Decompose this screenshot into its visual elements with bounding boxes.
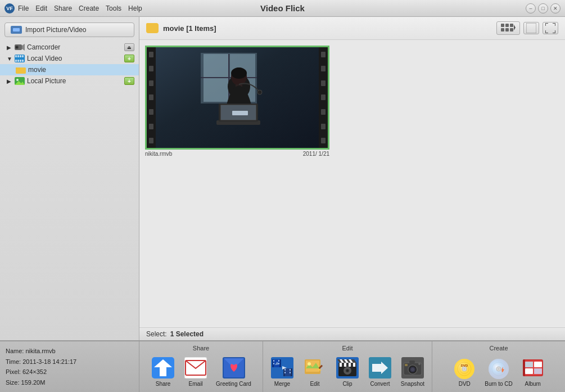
expand-icon: ▶ [7,44,12,51]
media-filename: nikita.rmvb [145,151,172,157]
album-label: Album [525,381,541,387]
add-picture-button[interactable]: + [124,77,134,85]
merge-icon [270,356,295,380]
clip-icon [335,356,360,380]
menu-create[interactable]: Create [79,4,99,12]
album-icon [521,356,545,380]
merge-label: Merge [274,381,290,387]
bottom-panel: Name: nikita.rmvb Time: 2011-3-18 14:21:… [0,340,565,392]
svg-rect-13 [20,60,21,62]
svg-rect-98 [409,361,415,363]
share-button[interactable]: Share [147,354,179,389]
media-item[interactable]: 14 [145,46,329,158]
svg-rect-66 [284,372,286,373]
svg-point-37 [231,67,247,79]
greeting-card-button[interactable]: Greeting Card [213,354,255,389]
edit-section: Edit [263,341,432,392]
restore-button[interactable]: □ [538,3,548,13]
list-view-button[interactable] [523,22,539,34]
import-label: Import Picture/Video [25,26,87,34]
sidebar-label-movie: movie [28,66,46,74]
svg-rect-25 [505,28,509,31]
share-buttons: Share Email [144,354,258,389]
sidebar-label-camcorder: Camcorder [27,43,60,51]
add-video-button[interactable]: + [124,55,134,62]
edit-button[interactable]: Edit [299,354,331,389]
merge-button[interactable]: Merge [266,354,298,389]
svg-rect-65 [284,369,286,371]
convert-button[interactable]: Convert [364,354,396,389]
email-button[interactable]: Email [180,354,211,389]
status-bar: Select: 1 Selected [139,327,565,340]
menu-tools[interactable]: Tools [106,4,121,12]
title-bar: VF File Edit Share Create Tools Help Vid… [0,0,565,17]
sidebar-item-local-picture[interactable]: ▶ Local Picture + [0,75,139,87]
svg-rect-7 [15,55,17,57]
sidebar-label-local-picture: Local Picture [27,77,66,85]
minimize-button[interactable]: – [526,3,536,13]
clip-button[interactable]: Clip [332,354,363,389]
svg-rect-12 [17,60,19,62]
media-meta: nikita.rmvb 2011/ 1/21 [145,150,329,158]
grid-view-button[interactable] [496,21,520,35]
create-buttons: DVD DVD [445,354,552,389]
svg-rect-79 [340,363,342,367]
svg-rect-11 [15,60,17,62]
eject-button-camcorder[interactable]: ⏏ [124,43,134,51]
camcorder-icon [15,43,25,51]
info-time: Time: 2011-3-18 14:21:17 [6,357,133,367]
film-strip-left [147,47,156,148]
import-button[interactable]: Import Picture/Video [4,22,134,37]
svg-point-111 [498,368,500,370]
menu-edit[interactable]: Edit [35,4,47,12]
svg-rect-8 [17,55,19,57]
share-section-label: Share [193,345,209,352]
menu-file[interactable]: File [18,4,29,12]
snapshot-label: Snapshot [401,381,424,387]
info-size: Size: 159.20M [6,377,133,388]
edit-label: Edit [310,381,319,387]
svg-rect-57 [273,360,274,362]
album-button[interactable]: Album [517,354,549,389]
svg-rect-58 [273,363,274,364]
svg-rect-99 [405,364,408,366]
share-icon [151,356,175,380]
film-strip-right [319,47,328,148]
edit-section-label: Edit [342,345,353,352]
svg-rect-59 [278,360,279,362]
view-controls [496,21,558,35]
close-button[interactable]: ✕ [550,3,561,13]
svg-rect-67 [290,369,291,371]
info-panel: Name: nikita.rmvb Time: 2011-3-18 14:21:… [0,341,139,392]
svg-rect-117 [525,368,533,374]
media-date: 2011/ 1/21 [303,151,329,157]
share-label: Share [156,381,171,387]
sidebar-item-camcorder[interactable]: ▶ Camcorder ⏏ [0,42,139,53]
menu-share[interactable]: Share [54,4,72,12]
svg-rect-64 [291,368,292,376]
fullscreen-button[interactable] [543,22,558,34]
media-thumbnail: 14 [145,46,329,150]
burn-to-cd-button[interactable]: Burn to CD [481,354,516,389]
content-area: movie [1 Items] [139,17,565,340]
sidebar-label-local-video: Local Video [27,55,62,62]
dvd-button[interactable]: DVD DVD [449,354,480,389]
film-icon [15,55,25,62]
burn-to-cd-label: Burn to CD [485,381,512,387]
folder-icon [16,66,26,74]
expand-icon: ▶ [7,78,12,84]
svg-rect-121 [523,359,525,376]
sidebar-item-movie[interactable]: movie [0,64,139,75]
info-pixel: Pixel: 624×352 [6,367,133,377]
snapshot-button[interactable]: Snapshot [397,354,428,389]
menu-help[interactable]: Help [128,4,142,12]
folder-title: movie [1 Items] [163,24,216,33]
sidebar-item-local-video[interactable]: ▼ Local Video + [0,53,139,64]
expand-icon: ▼ [7,56,12,62]
svg-rect-10 [22,55,24,57]
svg-rect-26 [510,28,513,31]
dvd-label: DVD [459,381,471,387]
edit-buttons: Merge [263,354,432,389]
svg-rect-56 [279,359,281,367]
svg-point-73 [308,362,311,366]
